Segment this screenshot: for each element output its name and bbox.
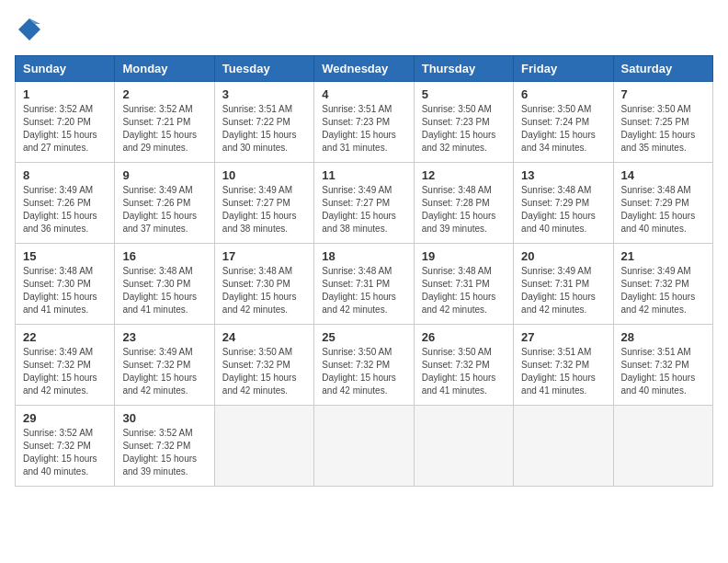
- day-number: 19: [422, 249, 506, 263]
- day-info: Sunrise: 3:51 AMSunset: 7:32 PMDaylight:…: [521, 346, 605, 397]
- calendar-cell: 27 Sunrise: 3:51 AMSunset: 7:32 PMDaylig…: [514, 325, 613, 406]
- day-number: 25: [322, 330, 405, 344]
- day-info: Sunrise: 3:51 AMSunset: 7:22 PMDaylight:…: [222, 103, 306, 155]
- day-number: 5: [422, 87, 506, 101]
- calendar-cell: 30 Sunrise: 3:52 AMSunset: 7:32 PMDaylig…: [115, 406, 214, 487]
- calendar-cell: 24 Sunrise: 3:50 AMSunset: 7:32 PMDaylig…: [214, 325, 313, 406]
- day-info: Sunrise: 3:52 AMSunset: 7:21 PMDaylight:…: [122, 103, 206, 155]
- day-number: 18: [322, 249, 405, 263]
- calendar-cell: 21 Sunrise: 3:49 AMSunset: 7:32 PMDaylig…: [613, 244, 712, 325]
- day-info: Sunrise: 3:48 AMSunset: 7:31 PMDaylight:…: [422, 265, 506, 316]
- day-info: Sunrise: 3:50 AMSunset: 7:32 PMDaylight:…: [322, 346, 405, 397]
- day-number: 16: [122, 249, 206, 263]
- calendar-cell: 6 Sunrise: 3:50 AMSunset: 7:24 PMDayligh…: [514, 82, 613, 163]
- calendar-cell: 7 Sunrise: 3:50 AMSunset: 7:25 PMDayligh…: [613, 82, 712, 163]
- day-number: 10: [222, 168, 306, 182]
- calendar-cell: 16 Sunrise: 3:48 AMSunset: 7:30 PMDaylig…: [115, 244, 214, 325]
- day-number: 9: [122, 168, 206, 182]
- calendar-cell: 26 Sunrise: 3:50 AMSunset: 7:32 PMDaylig…: [414, 325, 513, 406]
- day-number: 21: [621, 249, 705, 263]
- day-info: Sunrise: 3:48 AMSunset: 7:31 PMDaylight:…: [322, 265, 405, 316]
- weekday-header-friday: Friday: [514, 56, 613, 82]
- weekday-header-saturday: Saturday: [613, 56, 712, 82]
- calendar-cell: 3 Sunrise: 3:51 AMSunset: 7:22 PMDayligh…: [214, 82, 313, 163]
- day-number: 17: [222, 249, 306, 263]
- day-info: Sunrise: 3:51 AMSunset: 7:23 PMDaylight:…: [322, 103, 405, 155]
- weekday-header-wednesday: Wednesday: [314, 56, 414, 82]
- day-number: 3: [222, 87, 306, 101]
- day-info: Sunrise: 3:48 AMSunset: 7:30 PMDaylight:…: [222, 265, 306, 316]
- calendar-week-4: 22 Sunrise: 3:49 AMSunset: 7:32 PMDaylig…: [16, 325, 713, 406]
- day-info: Sunrise: 3:50 AMSunset: 7:23 PMDaylight:…: [422, 103, 506, 155]
- calendar-cell: [314, 406, 414, 487]
- calendar-cell: 1 Sunrise: 3:52 AMSunset: 7:20 PMDayligh…: [16, 82, 115, 163]
- day-info: Sunrise: 3:49 AMSunset: 7:27 PMDaylight:…: [222, 184, 306, 236]
- day-number: 15: [23, 249, 107, 263]
- day-number: 23: [122, 330, 206, 344]
- day-info: Sunrise: 3:50 AMSunset: 7:32 PMDaylight:…: [222, 346, 306, 397]
- day-info: Sunrise: 3:52 AMSunset: 7:20 PMDaylight:…: [23, 103, 107, 155]
- day-info: Sunrise: 3:48 AMSunset: 7:29 PMDaylight:…: [621, 184, 705, 236]
- day-number: 4: [322, 87, 405, 101]
- weekday-header-sunday: Sunday: [16, 56, 115, 82]
- day-number: 22: [23, 330, 107, 344]
- calendar-cell: 14 Sunrise: 3:48 AMSunset: 7:29 PMDaylig…: [613, 163, 712, 244]
- day-number: 27: [521, 330, 605, 344]
- day-number: 13: [521, 168, 605, 182]
- day-number: 2: [122, 87, 206, 101]
- day-info: Sunrise: 3:49 AMSunset: 7:32 PMDaylight:…: [23, 346, 107, 397]
- calendar-cell: 13 Sunrise: 3:48 AMSunset: 7:29 PMDaylig…: [514, 163, 613, 244]
- day-info: Sunrise: 3:51 AMSunset: 7:32 PMDaylight:…: [621, 346, 705, 397]
- calendar-cell: 23 Sunrise: 3:49 AMSunset: 7:32 PMDaylig…: [115, 325, 214, 406]
- header: [15, 15, 713, 44]
- day-number: 6: [521, 87, 605, 101]
- calendar-cell: 17 Sunrise: 3:48 AMSunset: 7:30 PMDaylig…: [214, 244, 313, 325]
- day-info: Sunrise: 3:49 AMSunset: 7:32 PMDaylight:…: [122, 346, 206, 397]
- calendar-cell: 18 Sunrise: 3:48 AMSunset: 7:31 PMDaylig…: [314, 244, 414, 325]
- calendar-week-5: 29 Sunrise: 3:52 AMSunset: 7:32 PMDaylig…: [16, 406, 713, 487]
- day-info: Sunrise: 3:49 AMSunset: 7:26 PMDaylight:…: [122, 184, 206, 236]
- day-info: Sunrise: 3:50 AMSunset: 7:32 PMDaylight:…: [422, 346, 506, 397]
- weekday-header-row: SundayMondayTuesdayWednesdayThursdayFrid…: [16, 56, 713, 82]
- logo-icon: [15, 15, 44, 44]
- day-number: 28: [621, 330, 705, 344]
- day-info: Sunrise: 3:48 AMSunset: 7:30 PMDaylight:…: [23, 265, 107, 316]
- day-number: 8: [23, 168, 107, 182]
- day-info: Sunrise: 3:50 AMSunset: 7:24 PMDaylight:…: [521, 103, 605, 155]
- calendar-table: SundayMondayTuesdayWednesdayThursdayFrid…: [15, 55, 713, 487]
- calendar-cell: 11 Sunrise: 3:49 AMSunset: 7:27 PMDaylig…: [314, 163, 414, 244]
- calendar-cell: 2 Sunrise: 3:52 AMSunset: 7:21 PMDayligh…: [115, 82, 214, 163]
- day-info: Sunrise: 3:50 AMSunset: 7:25 PMDaylight:…: [621, 103, 705, 155]
- day-number: 1: [23, 87, 107, 101]
- day-number: 30: [122, 411, 206, 425]
- calendar-cell: [414, 406, 513, 487]
- day-info: Sunrise: 3:52 AMSunset: 7:32 PMDaylight:…: [122, 427, 206, 478]
- day-number: 24: [222, 330, 306, 344]
- day-number: 7: [621, 87, 705, 101]
- calendar-cell: 28 Sunrise: 3:51 AMSunset: 7:32 PMDaylig…: [613, 325, 712, 406]
- calendar-cell: 8 Sunrise: 3:49 AMSunset: 7:26 PMDayligh…: [16, 163, 115, 244]
- calendar-cell: 15 Sunrise: 3:48 AMSunset: 7:30 PMDaylig…: [16, 244, 115, 325]
- weekday-header-monday: Monday: [115, 56, 214, 82]
- calendar-cell: 4 Sunrise: 3:51 AMSunset: 7:23 PMDayligh…: [314, 82, 414, 163]
- calendar-cell: 25 Sunrise: 3:50 AMSunset: 7:32 PMDaylig…: [314, 325, 414, 406]
- day-info: Sunrise: 3:48 AMSunset: 7:30 PMDaylight:…: [122, 265, 206, 316]
- day-info: Sunrise: 3:48 AMSunset: 7:29 PMDaylight:…: [521, 184, 605, 236]
- calendar-cell: 19 Sunrise: 3:48 AMSunset: 7:31 PMDaylig…: [414, 244, 513, 325]
- svg-marker-0: [18, 18, 40, 40]
- day-info: Sunrise: 3:49 AMSunset: 7:26 PMDaylight:…: [23, 184, 107, 236]
- weekday-header-tuesday: Tuesday: [214, 56, 313, 82]
- calendar-cell: [613, 406, 712, 487]
- calendar-cell: 9 Sunrise: 3:49 AMSunset: 7:26 PMDayligh…: [115, 163, 214, 244]
- day-number: 26: [422, 330, 506, 344]
- calendar-cell: 29 Sunrise: 3:52 AMSunset: 7:32 PMDaylig…: [16, 406, 115, 487]
- day-info: Sunrise: 3:49 AMSunset: 7:32 PMDaylight:…: [621, 265, 705, 316]
- day-number: 12: [422, 168, 506, 182]
- day-number: 11: [322, 168, 405, 182]
- day-info: Sunrise: 3:49 AMSunset: 7:27 PMDaylight:…: [322, 184, 405, 236]
- calendar-week-3: 15 Sunrise: 3:48 AMSunset: 7:30 PMDaylig…: [16, 244, 713, 325]
- day-info: Sunrise: 3:52 AMSunset: 7:32 PMDaylight:…: [23, 427, 107, 478]
- weekday-header-thursday: Thursday: [414, 56, 513, 82]
- calendar-cell: 5 Sunrise: 3:50 AMSunset: 7:23 PMDayligh…: [414, 82, 513, 163]
- day-number: 20: [521, 249, 605, 263]
